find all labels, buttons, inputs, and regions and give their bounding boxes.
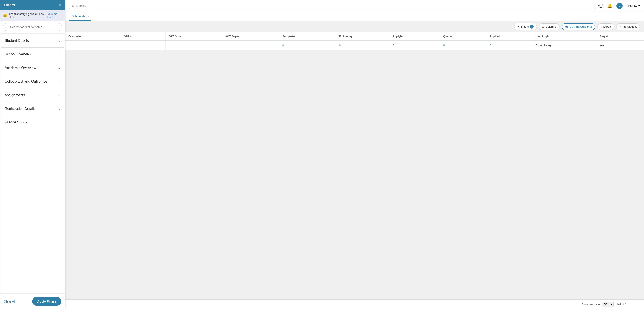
filter-section-label: FERPA Status — [4, 120, 27, 124]
current-students-button[interactable]: 👥 Current Students — [562, 23, 595, 30]
table-cell — [222, 41, 279, 50]
col-act-super: ACT Super — [222, 32, 279, 41]
table-cell[interactable]: 0 — [389, 41, 440, 50]
col-following: Following — [336, 32, 389, 41]
export-label: Export — [603, 25, 611, 28]
chat-icon-button[interactable]: 💬 — [598, 3, 604, 8]
col-sat-super: SAT Super — [166, 32, 222, 41]
filter-close-button[interactable]: × — [59, 3, 61, 7]
toolbar: ▼ Filters 1 ⊞ Columns 👥 Current Students… — [65, 21, 644, 32]
filter-banner-left: 😊 Thanks for trying out our new filters! — [3, 12, 47, 19]
columns-button[interactable]: ⊞ Columns — [539, 23, 560, 30]
rows-per-page-control: Rows per page: 50 25 100 — [582, 302, 614, 307]
search-icon: ⌕ — [72, 4, 74, 8]
table-header-row: Counselor GPA(w) SAT Super ACT Super Sug… — [65, 32, 644, 41]
chevron-icon: ⌄ — [58, 93, 60, 97]
students-table: Counselor GPA(w) SAT Super ACT Super Sug… — [65, 32, 644, 50]
export-icon: ↓ — [600, 25, 602, 28]
filter-section-registration-details[interactable]: Registration Details⌄ — [1, 102, 64, 116]
col-regist: Regist... — [596, 32, 644, 41]
user-menu[interactable]: Shadow ▾ — [626, 4, 640, 7]
filter-banner-message: Thanks for trying out our new filters! — [9, 12, 47, 19]
col-counselor: Counselor — [65, 32, 120, 41]
chevron-icon: ⌄ — [58, 53, 60, 56]
filter-section-student-details[interactable]: Student Details⌄ — [1, 34, 64, 48]
filter-section-assignments[interactable]: Assignments⌄ — [1, 88, 64, 102]
table-cell[interactable]: 0 — [440, 41, 486, 50]
table-cell — [65, 41, 120, 50]
table-row: 000003 months agoYes — [65, 41, 644, 50]
filter-search-wrap: ⌕ — [0, 21, 65, 33]
students-icon: 👥 — [565, 25, 568, 28]
table-cell — [166, 41, 222, 50]
filters-label: Filters — [521, 25, 529, 28]
filter-section-label: Student Details — [4, 38, 29, 43]
filter-section-label: Assignments — [4, 93, 25, 97]
filter-footer: Clear All Apply Filters — [0, 294, 65, 309]
user-name: Shadow — [626, 4, 637, 7]
table-cell[interactable]: 0 — [336, 41, 389, 50]
table-cell: Yes — [596, 41, 644, 50]
col-applying: Applying — [389, 32, 440, 41]
add-student-label: + Add Student — [620, 25, 637, 28]
table-cell[interactable]: 0 — [279, 41, 336, 50]
take-me-back-link[interactable]: Take me back — [47, 12, 62, 19]
col-suggested: Suggested — [279, 32, 336, 41]
search-icon-small: ⌕ — [5, 25, 7, 29]
filter-banner: 😊 Thanks for trying out our new filters!… — [0, 10, 65, 21]
table-cell: 3 months ago — [532, 41, 596, 50]
col-last-login: Last Login — [532, 32, 596, 41]
pagination-bar: Rows per page: 50 25 100 1–1 of 1 ‹ › — [65, 299, 644, 309]
filter-icon: ▼ — [517, 25, 520, 28]
next-page-button[interactable]: › — [636, 302, 640, 307]
filter-section-college-list-outcomes[interactable]: College List and Outcomes⌄ — [1, 75, 64, 88]
filter-section-label: Academic Overview — [4, 66, 36, 70]
filter-search-inner: ⌕ — [3, 23, 62, 31]
col-applied: Applied — [486, 32, 532, 41]
filter-sections: Student Details⌄School Overview⌄Academic… — [1, 33, 64, 294]
col-gpa-w: GPA(w) — [120, 32, 166, 41]
chevron-icon: ⌄ — [58, 39, 60, 42]
chevron-icon: ⌄ — [58, 121, 60, 124]
filter-section-label: School Overview — [4, 52, 32, 56]
search-bar: ⌕ — [69, 2, 596, 9]
filter-search-input[interactable] — [3, 23, 62, 31]
chevron-icon: ⌄ — [58, 66, 60, 70]
chevron-icon: ⌄ — [58, 107, 60, 110]
chevron-down-icon: ▾ — [638, 4, 640, 7]
apply-filters-button[interactable]: Apply Filters — [32, 297, 61, 306]
chevron-icon: ⌄ — [58, 80, 60, 83]
rows-per-page-select[interactable]: 50 25 100 — [602, 302, 614, 307]
user-avatar: S — [616, 3, 622, 9]
bell-icon-button[interactable]: 🔔 — [607, 3, 612, 8]
subnav-scholarships[interactable]: Scholarships — [69, 12, 91, 21]
top-bar: ⌕ 💬 🔔 S Shadow ▾ — [65, 0, 644, 12]
filters-button[interactable]: ▼ Filters 1 — [514, 23, 537, 30]
top-bar-icons: 💬 🔔 S Shadow ▾ — [598, 3, 640, 9]
main-content: ⌕ 💬 🔔 S Shadow ▾ Scholarships ▼ Filters … — [65, 0, 644, 309]
filter-section-academic-overview[interactable]: Academic Overview⌄ — [1, 61, 64, 75]
smiley-icon: 😊 — [3, 14, 7, 17]
sub-nav: Scholarships — [65, 12, 644, 21]
filter-section-label: Registration Details — [4, 107, 36, 111]
filter-title: Filters — [4, 3, 15, 7]
global-search-input[interactable] — [76, 4, 593, 7]
columns-icon: ⊞ — [542, 25, 544, 28]
export-button[interactable]: ↓ Export — [598, 23, 614, 30]
filter-section-label: College List and Outcomes — [4, 79, 48, 84]
table-cell — [120, 41, 166, 50]
table-cell[interactable]: 0 — [486, 41, 532, 50]
students-table-wrap: Counselor GPA(w) SAT Super ACT Super Sug… — [65, 32, 644, 299]
columns-label: Columns — [546, 25, 556, 28]
prev-page-button[interactable]: ‹ — [629, 302, 633, 307]
rows-per-page-label: Rows per page: — [582, 303, 600, 306]
filter-panel: Filters × 😊 Thanks for trying out our ne… — [0, 0, 65, 309]
filter-header: Filters × — [0, 0, 65, 10]
page-range-label: 1–1 of 1 — [616, 303, 626, 306]
filter-section-ferpa-status[interactable]: FERPA Status⌄ — [1, 116, 64, 129]
filter-count-badge: 1 — [530, 25, 534, 28]
filter-section-school-overview[interactable]: School Overview⌄ — [1, 48, 64, 61]
clear-all-button[interactable]: Clear All — [4, 300, 16, 303]
current-students-label: Current Students — [570, 25, 592, 28]
add-student-button[interactable]: + Add Student — [616, 23, 640, 30]
